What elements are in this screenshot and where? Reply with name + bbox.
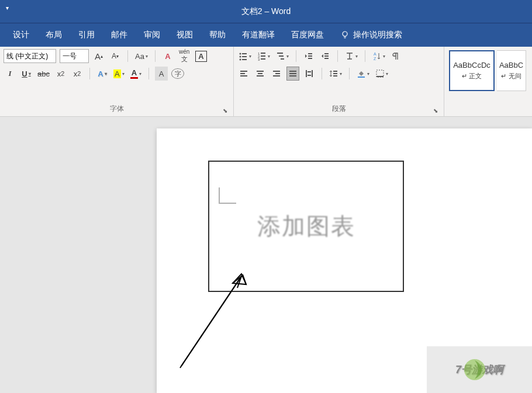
tab-bar: 设计 布局 引用 邮件 审阅 视图 帮助 有道翻译 百度网盘 操作说明搜索 bbox=[0, 23, 532, 47]
paragraph-dialog-launcher[interactable]: ⬊ bbox=[433, 107, 438, 114]
show-paragraph-marks-button[interactable] bbox=[390, 49, 403, 63]
underline-button[interactable]: U bbox=[20, 67, 33, 81]
tab-review[interactable]: 审阅 bbox=[137, 24, 167, 46]
change-case-button[interactable]: Aa bbox=[134, 49, 149, 63]
svg-text:3: 3 bbox=[258, 58, 260, 61]
line-spacing-icon bbox=[329, 69, 338, 78]
title-bar: ▾ 文档2 – Word bbox=[0, 0, 532, 23]
tab-youdao-translate[interactable]: 有道翻译 bbox=[235, 24, 282, 46]
align-center-icon bbox=[255, 69, 265, 78]
numbering-button[interactable]: 123 bbox=[256, 49, 271, 63]
multilevel-icon bbox=[276, 51, 285, 61]
ribbon-group-paragraph: 123 AZ bbox=[234, 47, 444, 116]
svg-rect-40 bbox=[333, 71, 337, 72]
distributed-button[interactable] bbox=[303, 67, 316, 81]
asian-layout-icon bbox=[345, 51, 354, 61]
align-justify-icon bbox=[288, 69, 298, 78]
shrink-font-button[interactable]: A▾ bbox=[109, 49, 122, 63]
borders-button[interactable] bbox=[374, 67, 389, 81]
font-dialog-launcher[interactable]: ⬊ bbox=[223, 107, 227, 114]
svg-point-46 bbox=[464, 359, 485, 380]
svg-rect-35 bbox=[289, 75, 296, 76]
numbering-icon: 123 bbox=[257, 51, 267, 61]
quick-access-dropdown[interactable]: ▾ bbox=[6, 5, 9, 11]
align-center-button[interactable] bbox=[254, 67, 267, 81]
tab-references[interactable]: 引用 bbox=[71, 24, 102, 46]
tab-layout[interactable]: 布局 bbox=[39, 24, 69, 46]
tell-me-search[interactable]: 操作说明搜索 bbox=[333, 24, 409, 46]
align-left-button[interactable] bbox=[237, 67, 250, 81]
ribbon: A▴ A▾ Aa A wén文 A I U abc x2 x2 A A A bbox=[0, 47, 532, 117]
lightbulb-icon bbox=[340, 30, 350, 40]
decrease-indent-button[interactable] bbox=[302, 49, 315, 63]
asian-layout-button[interactable] bbox=[344, 49, 359, 63]
shading-button[interactable] bbox=[355, 67, 371, 81]
style-normal[interactable]: AaBbCcDc ↵ 正文 bbox=[449, 50, 495, 91]
pilcrow-icon bbox=[392, 51, 401, 61]
font-name-select[interactable] bbox=[4, 49, 56, 63]
align-right-button[interactable] bbox=[270, 67, 283, 81]
character-shading-button[interactable]: A bbox=[155, 67, 168, 81]
highlight-button[interactable]: A bbox=[112, 67, 126, 81]
svg-rect-41 bbox=[333, 73, 337, 74]
svg-point-3 bbox=[240, 56, 241, 58]
svg-rect-25 bbox=[240, 73, 245, 74]
character-border-button[interactable]: A bbox=[194, 49, 208, 63]
svg-rect-34 bbox=[289, 73, 296, 74]
subscript-button[interactable]: x2 bbox=[54, 67, 67, 81]
anchor-icon bbox=[219, 187, 236, 204]
font-color-button[interactable]: A bbox=[129, 67, 143, 81]
italic-button[interactable]: I bbox=[4, 67, 16, 81]
bullets-button[interactable] bbox=[237, 49, 253, 63]
watermark-logo-icon bbox=[462, 357, 488, 382]
phonetic-guide-button[interactable]: wén文 bbox=[178, 49, 191, 63]
align-justify-button[interactable] bbox=[286, 67, 299, 81]
document-area[interactable]: 添加图表 7号游戏啊 bbox=[0, 117, 532, 393]
svg-rect-21 bbox=[324, 58, 329, 59]
svg-rect-13 bbox=[277, 53, 283, 54]
svg-rect-14 bbox=[279, 55, 284, 57]
svg-rect-12 bbox=[261, 58, 265, 60]
svg-rect-24 bbox=[240, 71, 247, 72]
svg-rect-6 bbox=[242, 59, 247, 60]
svg-text:Z: Z bbox=[374, 57, 376, 61]
text-effects-button[interactable]: A bbox=[96, 67, 109, 81]
svg-rect-18 bbox=[308, 58, 312, 59]
svg-rect-15 bbox=[281, 58, 284, 60]
clear-formatting-button[interactable]: A bbox=[161, 49, 174, 63]
svg-point-1 bbox=[240, 53, 241, 55]
svg-point-5 bbox=[240, 59, 241, 61]
svg-rect-20 bbox=[324, 55, 329, 57]
borders-icon bbox=[375, 69, 385, 78]
font-size-select[interactable] bbox=[60, 49, 89, 63]
strikethrough-button[interactable]: abc bbox=[36, 67, 51, 81]
svg-rect-31 bbox=[275, 73, 280, 74]
ribbon-group-styles: AaBbCcDc ↵ 正文 AaBbC ↵ 无间 bbox=[444, 47, 531, 116]
superscript-button[interactable]: x2 bbox=[71, 67, 84, 81]
grow-font-button[interactable]: A▴ bbox=[92, 49, 105, 63]
line-spacing-button[interactable] bbox=[328, 67, 343, 81]
svg-rect-27 bbox=[257, 71, 264, 72]
increase-indent-button[interactable] bbox=[319, 49, 331, 63]
tab-design[interactable]: 设计 bbox=[6, 24, 36, 46]
sort-button[interactable]: AZ bbox=[371, 49, 386, 63]
tab-help[interactable]: 帮助 bbox=[202, 24, 233, 46]
svg-rect-2 bbox=[242, 53, 247, 54]
tab-mail[interactable]: 邮件 bbox=[104, 24, 134, 46]
svg-rect-10 bbox=[261, 55, 265, 57]
multilevel-list-button[interactable] bbox=[275, 49, 290, 63]
tab-view[interactable]: 视图 bbox=[170, 24, 200, 46]
document-title: 文档2 – Word bbox=[241, 6, 291, 17]
text-box[interactable]: 添加图表 bbox=[208, 161, 404, 292]
svg-point-0 bbox=[343, 32, 347, 36]
svg-rect-4 bbox=[242, 56, 247, 57]
paint-bucket-icon bbox=[357, 69, 366, 78]
enclose-characters-button[interactable]: 字 bbox=[171, 68, 184, 79]
tab-baidu-netdisk[interactable]: 百度网盘 bbox=[284, 24, 331, 46]
svg-rect-38 bbox=[308, 71, 311, 72]
style-no-spacing[interactable]: AaBbC ↵ 无间 bbox=[497, 50, 526, 91]
bullets-icon bbox=[239, 51, 248, 61]
textbox-placeholder-text: 添加图表 bbox=[257, 210, 355, 242]
svg-rect-32 bbox=[273, 75, 280, 76]
svg-rect-36 bbox=[306, 70, 307, 77]
